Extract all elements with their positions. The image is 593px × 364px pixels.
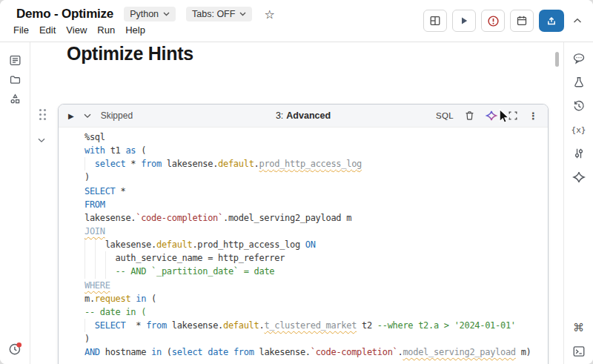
cell-title[interactable]: 3: Advanced xyxy=(276,105,331,127)
code-token[interactable] xyxy=(85,320,95,331)
code-token[interactable]: m) xyxy=(516,347,531,357)
code-token[interactable]: lakesense. xyxy=(162,159,218,169)
code-token[interactable] xyxy=(85,266,116,277)
code-token[interactable]: ) xyxy=(85,172,90,182)
code-token[interactable]: ( xyxy=(162,347,172,357)
code-token[interactable]: --where t2.a > '2024-01-01' xyxy=(377,320,516,331)
code-token[interactable]: .model_serving2_payload m xyxy=(223,213,351,223)
code-line[interactable]: lakesense.default.prod_http_access_log O… xyxy=(85,238,548,251)
clock-notification-icon[interactable] xyxy=(7,340,24,360)
code-token[interactable]: in xyxy=(136,294,146,304)
code-token[interactable]: with xyxy=(85,145,105,156)
code-token[interactable]: ( xyxy=(136,145,146,156)
assistant-sparkle-icon[interactable] xyxy=(572,171,586,184)
folder-icon[interactable] xyxy=(8,73,21,86)
variables-icon[interactable]: {x} xyxy=(572,123,586,136)
menu-help[interactable]: Help xyxy=(125,24,145,36)
code-token[interactable]: SELECT xyxy=(85,186,116,196)
code-token[interactable]: default xyxy=(218,159,254,169)
code-token[interactable]: t_clustered_market xyxy=(264,320,357,331)
code-token[interactable]: date xyxy=(208,347,228,357)
notebook-title[interactable]: Demo - Optimize xyxy=(16,7,113,21)
code-line[interactable]: with t1 as ( xyxy=(85,144,548,157)
code-line[interactable]: ) xyxy=(85,171,548,184)
code-line[interactable]: m.request in ( xyxy=(85,292,548,305)
menu-run[interactable]: Run xyxy=(97,24,115,36)
code-token[interactable]: lakesense. xyxy=(85,213,136,223)
code-token[interactable]: lakesense. xyxy=(254,347,311,357)
code-line[interactable]: WHERE xyxy=(85,279,548,292)
code-token[interactable]: WHERE xyxy=(85,280,110,291)
code-token[interactable]: ) xyxy=(85,334,90,344)
code-line[interactable]: select * from lakesense.default.prod_htt… xyxy=(85,157,548,171)
run-cell-icon[interactable]: ▶ xyxy=(68,112,74,120)
code-token[interactable]: * xyxy=(125,320,146,331)
code-token[interactable]: select xyxy=(172,347,203,357)
share-button[interactable] xyxy=(539,10,564,32)
terminal-icon[interactable] xyxy=(572,345,586,358)
code-token[interactable]: * xyxy=(116,186,126,196)
code-line[interactable]: -- date in ( xyxy=(85,305,548,319)
code-token[interactable]: `code-completion` xyxy=(311,347,398,357)
code-token[interactable]: %sql xyxy=(85,132,105,142)
code-line[interactable]: JOIN xyxy=(85,225,548,238)
run-options-chevron-icon[interactable] xyxy=(84,113,91,119)
code-token[interactable]: select xyxy=(95,159,126,169)
favorite-star-icon[interactable]: ☆ xyxy=(264,7,274,21)
code-line[interactable]: auth_service_name = http_referrer xyxy=(85,251,548,265)
code-line[interactable]: %sql xyxy=(85,130,548,144)
code-token[interactable]: JOIN xyxy=(85,226,105,236)
code-token[interactable]: hostname xyxy=(100,347,151,357)
cell-drag-handle[interactable] xyxy=(39,109,46,120)
code-token[interactable]: from xyxy=(141,159,162,169)
code-token[interactable]: AND xyxy=(85,347,100,357)
code-token[interactable]: t1 xyxy=(105,145,126,156)
code-token[interactable]: -- date in ( xyxy=(85,307,146,317)
schema-browser-icon[interactable] xyxy=(8,92,21,105)
code-token[interactable]: * xyxy=(125,159,141,169)
code-token[interactable]: .prod_http_access_log xyxy=(192,239,305,250)
tabs-selector[interactable]: Tabs: OFF xyxy=(186,7,252,21)
code-line[interactable]: FROM xyxy=(85,198,548,211)
language-selector[interactable]: Python xyxy=(124,7,176,21)
cell-collapse-chevron-icon[interactable] xyxy=(38,133,45,146)
code-token[interactable]: . xyxy=(254,159,259,169)
settings-sliders-icon[interactable] xyxy=(572,147,586,160)
code-token[interactable]: ON xyxy=(305,239,316,250)
expand-cell-button[interactable] xyxy=(508,110,518,121)
menu-edit[interactable]: Edit xyxy=(39,24,56,36)
interrupt-button[interactable] xyxy=(481,10,505,32)
code-token[interactable]: m. xyxy=(85,294,95,304)
experiments-icon[interactable] xyxy=(572,76,586,89)
code-line[interactable]: SELECT * xyxy=(85,185,548,198)
code-area[interactable]: %sqlwith t1 as ( select * from lakesense… xyxy=(59,128,548,364)
code-line[interactable]: AND hostname in (select date from lakese… xyxy=(85,345,548,359)
code-token[interactable] xyxy=(228,347,233,357)
code-token[interactable]: ( xyxy=(146,294,156,304)
code-line[interactable]: ) xyxy=(85,332,548,345)
layout-grid-button[interactable] xyxy=(423,10,447,32)
collapse-toolbar-button[interactable] xyxy=(569,10,586,31)
code-token[interactable]: model_serving2_payload xyxy=(402,347,515,357)
vertical-scrollbar[interactable] xyxy=(555,52,559,67)
code-token[interactable]: request xyxy=(95,294,130,304)
assistant-button[interactable] xyxy=(486,110,497,122)
code-token[interactable]: t2 xyxy=(357,320,377,331)
code-token[interactable]: auth_service_name = http_referrer xyxy=(85,253,285,263)
code-line[interactable]: -- AND `_partition_date` = date xyxy=(85,265,548,278)
cell-language-badge[interactable]: SQL xyxy=(436,111,454,120)
schedule-button[interactable] xyxy=(510,10,534,32)
code-line[interactable]: lakesense.`code-completion`.model_servin… xyxy=(85,211,548,225)
menu-view[interactable]: View xyxy=(66,24,87,36)
command-palette-icon[interactable]: ⌘ xyxy=(572,321,586,334)
code-token[interactable]: prod_http_access_log xyxy=(259,159,362,169)
code-token[interactable] xyxy=(85,159,95,169)
code-token[interactable]: default xyxy=(223,320,259,331)
code-token[interactable]: from xyxy=(146,320,167,331)
code-token[interactable]: -- AND `_partition_date` = date xyxy=(116,266,275,277)
run-all-button[interactable] xyxy=(452,10,476,32)
code-token[interactable]: in xyxy=(151,347,162,357)
comments-icon[interactable] xyxy=(572,52,586,65)
table-of-contents-icon[interactable] xyxy=(8,53,21,67)
code-token[interactable]: from xyxy=(233,347,254,357)
